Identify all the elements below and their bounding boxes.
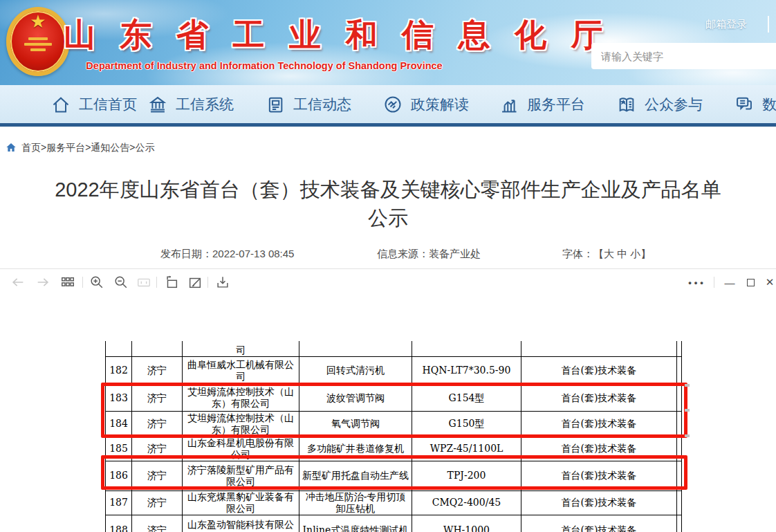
main-nav: 工信首页 工信系统 工信动态 政策解读 服务平台 (0, 85, 776, 123)
annotation-handle[interactable] (685, 384, 690, 387)
table-row: 187 济宁 山东兖煤黑豹矿业装备有限公司 冲击地压防治-专用切顶卸压钻机 CM… (106, 490, 682, 515)
highlight-annotation-rows-183-184 (101, 383, 687, 438)
site-header: ★ 山 东 省 工 业 和 信 息 化 厅 Department of Indu… (0, 0, 776, 85)
toolbar-separator (207, 277, 208, 288)
breadcrumb[interactable]: 首页>服务平台>通知公告>公示 (6, 141, 155, 155)
toolbar-separator (82, 277, 83, 288)
thumbnails-icon[interactable] (58, 273, 77, 292)
rotate-icon[interactable] (162, 273, 181, 292)
search-input[interactable] (591, 43, 776, 69)
nav-item-public[interactable]: 公众参与 (617, 94, 703, 115)
page: ★ 山 东 省 工 业 和 信 息 化 厅 Department of Indu… (0, 0, 776, 532)
minimize-icon[interactable]: — (721, 273, 739, 292)
page-title: 2022年度山东省首台（套）技术装备及关键核心零部件生产企业及产品名单公示 (49, 176, 727, 232)
pdf-toolbar: ••• — ✕ (0, 268, 776, 295)
toolbar-separator (714, 277, 714, 288)
nav-item-system[interactable]: 工信系统 (148, 94, 234, 115)
site-title: 山 东 省 工 业 和 信 息 化 厅 (64, 14, 465, 57)
highlight-annotation-row-186 (101, 455, 687, 490)
nav-item-home[interactable]: 工信首页 (51, 94, 137, 115)
download-icon[interactable] (213, 273, 232, 292)
nav-item-policy[interactable]: 政策解读 (383, 94, 469, 115)
home-icon (51, 95, 71, 114)
font-size-switch[interactable]: 字体：【大 中 小】 (562, 248, 651, 261)
table-row: 司 (106, 341, 682, 356)
nav-item-data[interactable]: 数 (735, 94, 776, 115)
header-divider (768, 16, 769, 33)
pdf-document-area[interactable]: 司 182 济宁 曲阜恒威水工机械有限公司 回转式清污机 HQN-LT7*30.… (0, 295, 776, 532)
info-source: 信息来源：装备产业处 (377, 248, 481, 261)
back-icon[interactable] (8, 273, 28, 292)
nav-item-service[interactable]: 服务平台 (499, 94, 585, 115)
news-icon (266, 95, 285, 114)
font-size-options[interactable]: 【大 中 小】 (593, 248, 651, 259)
mail-login-link[interactable]: 邮箱登录 (705, 18, 761, 31)
close-icon[interactable]: ✕ (761, 273, 776, 292)
chat-icon (735, 95, 754, 114)
site-subtitle: Department of Industry and Information T… (64, 60, 465, 71)
toolbar-separator (156, 277, 157, 288)
actual-size-icon[interactable] (134, 273, 154, 292)
breadcrumb-home-icon (6, 142, 17, 155)
nav-divider-bar (0, 123, 776, 127)
emblem-star-icon: ★ (3, 12, 73, 30)
zoom-in-icon[interactable] (87, 273, 107, 292)
maximize-icon[interactable] (741, 273, 759, 292)
handshake-icon (383, 95, 403, 114)
publish-date: 发布日期：2022-07-13 08:45 (160, 248, 294, 261)
more-icon[interactable]: ••• (683, 273, 711, 292)
forward-icon[interactable] (33, 273, 53, 292)
annotation-handle[interactable] (685, 434, 690, 437)
nav-item-news[interactable]: 工信动态 (266, 94, 351, 115)
zoom-out-icon[interactable] (111, 273, 131, 292)
bank-icon (148, 95, 167, 114)
breadcrumb-path: 首页>服务平台>通知公告>公示 (21, 142, 155, 154)
national-emblem-icon: ★ (3, 6, 73, 82)
edit-icon[interactable] (185, 273, 205, 292)
table-row: 188 济宁 山东盈动智能科技有限公司 Inline式温度特性测试机 WH-10… (106, 515, 682, 532)
book-icon (617, 95, 636, 114)
table-row: 182 济宁 曲阜恒威水工机械有限公司 回转式清污机 HQN-LT7*30.5-… (106, 356, 682, 385)
platform-icon (499, 95, 519, 114)
annotation-handle[interactable] (685, 409, 690, 412)
